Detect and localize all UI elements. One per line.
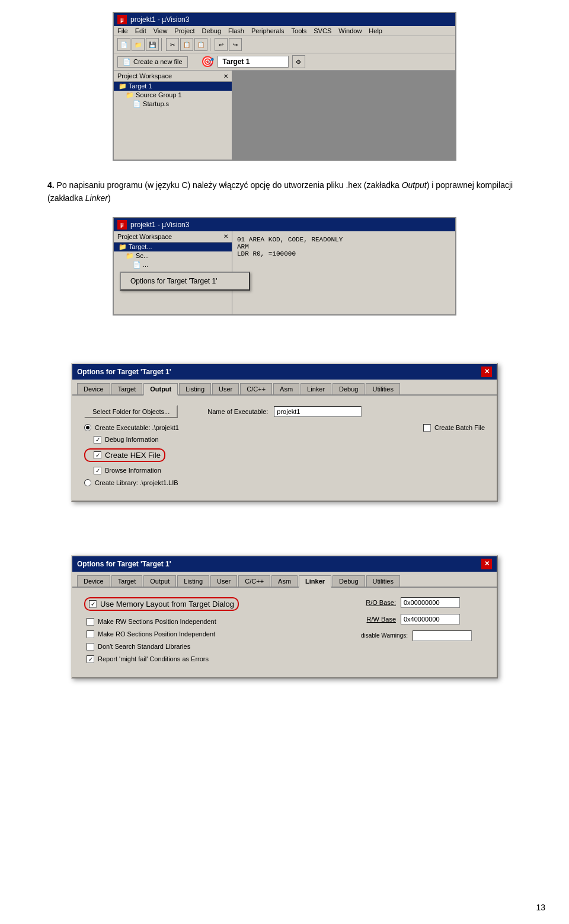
dialog2-right: R/O Base: R/W Base disable Warnings: — [354, 597, 485, 668]
tab-device-1[interactable]: Device — [77, 383, 110, 394]
cb-create-batch[interactable] — [423, 424, 431, 432]
paragraph-text-before: Po napisaniu programu (w języku C) należ… — [57, 180, 402, 190]
tab-target-1[interactable]: Target — [111, 383, 143, 394]
cb-make-rw-row: Make RW Sections Position Independent — [84, 618, 343, 626]
workspace-title-label: Project Workspace — [117, 72, 172, 79]
workspace-close-btn[interactable]: ✕ — [223, 73, 228, 79]
tab-user-1[interactable]: User — [212, 383, 239, 394]
context-menu-options[interactable]: Options for Target 'Target 1' — [121, 275, 249, 287]
dialog1-title: Options for Target 'Target 1' — [77, 368, 171, 376]
toolbar-undo[interactable]: ↩ — [215, 38, 228, 51]
toolbar-copy[interactable]: 📋 — [180, 38, 193, 51]
toolbar-new[interactable]: 📄 — [117, 38, 130, 51]
menu-view[interactable]: View — [154, 27, 168, 34]
new-file-btn[interactable]: 📄 Create a new file — [117, 56, 188, 68]
tab-cpp-1[interactable]: C/C++ — [240, 383, 272, 394]
ide-icon-2: µ — [117, 220, 127, 230]
dialog1-close-btn[interactable]: ✕ — [481, 367, 492, 377]
tab-asm-2[interactable]: Asm — [271, 575, 298, 587]
code-line2: ARM — [237, 243, 450, 250]
toolbar-open[interactable]: 📁 — [132, 38, 145, 51]
logo-icon: 🎯 — [201, 55, 214, 68]
menu-svcs[interactable]: SVCS — [314, 27, 331, 34]
exec-label: Name of Executable: — [207, 408, 268, 415]
tree-item-sc[interactable]: 📁 Sc... — [114, 251, 232, 260]
tab-device-2[interactable]: Device — [77, 575, 110, 587]
select-folder-btn[interactable]: Select Folder for Objects... — [84, 405, 178, 418]
tab-debug-1[interactable]: Debug — [333, 383, 365, 394]
menu-window[interactable]: Window — [338, 27, 362, 34]
menu-flash[interactable]: Flash — [228, 27, 244, 34]
cb-dont-search[interactable] — [87, 643, 94, 651]
menu-debug[interactable]: Debug — [202, 27, 221, 34]
tab-listing-1[interactable]: Listing — [179, 383, 211, 394]
context-menu[interactable]: Options for Target 'Target 1' — [120, 272, 250, 291]
workspace-title-label-2: Project Workspace — [117, 233, 172, 240]
ide-title-1: projekt1 - µVision3 — [130, 15, 189, 24]
tab-user-2[interactable]: User — [210, 575, 237, 587]
disable-warn-label: disable Warnings: — [354, 632, 408, 639]
disable-warn-row: disable Warnings: — [354, 630, 485, 641]
dialog1-titlebar: Options for Target 'Target 1' ✕ — [72, 364, 497, 380]
cb-report[interactable] — [87, 655, 94, 663]
tab-output-1[interactable]: Output — [143, 383, 178, 396]
dialog2-close-btn[interactable]: ✕ — [481, 559, 492, 569]
cb-debug-info[interactable] — [94, 436, 101, 444]
rw-base-input[interactable] — [401, 614, 460, 625]
radio-create-exec[interactable] — [84, 424, 91, 431]
options-dialog-1: Options for Target 'Target 1' ✕ Device T… — [71, 363, 498, 502]
ide-titlebar-2: µ projekt1 - µVision3 — [114, 218, 455, 231]
tab-linker-1[interactable]: Linker — [301, 383, 331, 394]
ro-base-input[interactable] — [401, 597, 460, 608]
toolbar-sep2 — [210, 38, 212, 51]
cb-browse-info[interactable] — [94, 467, 101, 474]
tab-asm-1[interactable]: Asm — [273, 383, 299, 394]
menu-file[interactable]: File — [117, 27, 128, 34]
menu-edit[interactable]: Edit — [135, 27, 146, 34]
menu-peripherals[interactable]: Peripherals — [251, 27, 284, 34]
tree-item-target-ctx[interactable]: 📁 Target... — [114, 243, 232, 251]
cb-browse-info-row: Browse Information — [84, 467, 366, 474]
toolbar-save[interactable]: 💾 — [146, 38, 159, 51]
toolbar-paste[interactable]: 📋 — [194, 38, 207, 51]
ro-base-label: R/O Base: — [354, 599, 396, 606]
cb-use-memory-label: Use Memory Layout from Target Dialog — [100, 600, 234, 608]
ide-menubar-1: File Edit View Project Debug Flash Perip… — [114, 26, 455, 36]
cb-create-hex-highlighted: Create HEX File — [84, 448, 165, 462]
tree-item-s[interactable]: 📄 ... — [114, 260, 232, 269]
dialog1-right: Create Batch File — [366, 424, 485, 436]
menu-help[interactable]: Help — [369, 27, 382, 34]
rw-base-row: R/W Base — [354, 614, 485, 625]
tree-item-target1[interactable]: 📁 Target 1 — [114, 82, 232, 91]
toolbar-redo[interactable]: ↪ — [229, 38, 242, 51]
cb-make-ro[interactable] — [87, 630, 94, 638]
target-dropdown[interactable]: Target 1 — [218, 56, 289, 68]
tab-linker-2[interactable]: Linker — [299, 575, 331, 588]
cb-make-rw[interactable] — [87, 618, 94, 626]
tree-item-source-group[interactable]: 📁 Source Group 1 — [114, 91, 232, 100]
cb-create-hex[interactable] — [94, 451, 101, 459]
target-options-btn[interactable]: ⚙ — [292, 55, 305, 68]
cb-use-memory-highlighted: Use Memory Layout from Target Dialog — [84, 597, 239, 611]
tab-utilities-2[interactable]: Utilities — [366, 575, 400, 587]
tab-debug-2[interactable]: Debug — [333, 575, 365, 587]
cb-use-memory[interactable] — [89, 600, 97, 608]
exec-input[interactable] — [274, 406, 362, 417]
code-line1: 01 AREA KOD, CODE, READONLY — [237, 236, 450, 243]
cb-make-rw-label: Make RW Sections Position Independent — [98, 618, 216, 625]
workspace-close-btn-2[interactable]: ✕ — [223, 233, 228, 240]
cb-browse-info-label: Browse Information — [105, 467, 161, 474]
tab-target-2[interactable]: Target — [111, 575, 143, 587]
tab-listing-2[interactable]: Listing — [177, 575, 209, 587]
paragraph-section: 4. Po napisaniu programu (w języku C) na… — [47, 179, 522, 205]
tab-cpp-2[interactable]: C/C++ — [238, 575, 270, 587]
toolbar-cut[interactable]: ✂ — [166, 38, 179, 51]
page-number: 13 — [536, 903, 545, 912]
tab-output-2[interactable]: Output — [143, 575, 176, 587]
menu-tools[interactable]: Tools — [292, 27, 307, 34]
disable-warn-input[interactable] — [413, 630, 472, 641]
tree-item-startup[interactable]: 📄 Startup.s — [114, 100, 232, 109]
tab-utilities-1[interactable]: Utilities — [366, 383, 399, 394]
menu-project[interactable]: Project — [174, 27, 194, 34]
radio-create-lib[interactable] — [84, 479, 91, 486]
